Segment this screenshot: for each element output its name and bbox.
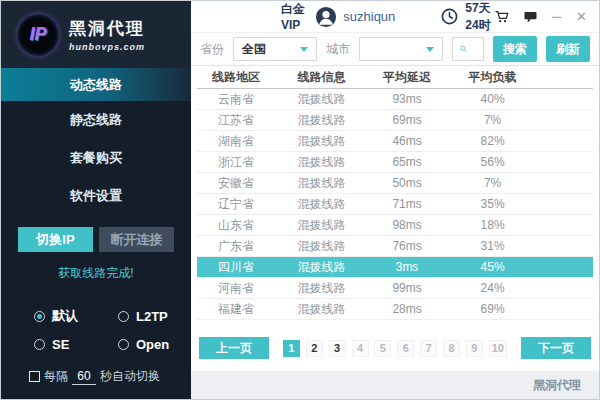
table-cell: 混拨线路 <box>275 301 368 318</box>
table-cell: 云南省 <box>197 91 275 108</box>
search-box[interactable] <box>452 37 484 61</box>
table-cell: 混拨线路 <box>275 217 368 234</box>
sidebar-menu-item[interactable]: 套餐购买 <box>1 139 191 177</box>
protocol-option[interactable]: L2TP <box>118 307 191 325</box>
chevron-down-icon <box>426 47 434 52</box>
cart-icon[interactable] <box>494 9 509 24</box>
page-number[interactable]: 2 <box>306 340 323 357</box>
radio-button[interactable] <box>118 339 129 350</box>
protocol-label: 默认 <box>52 307 78 325</box>
page-number[interactable]: 9 <box>466 340 483 357</box>
sidebar-menu-item[interactable]: 静态线路 <box>1 101 191 139</box>
table-cell: 混拨线路 <box>275 280 368 297</box>
page-number[interactable]: 6 <box>397 340 414 357</box>
protocol-option[interactable]: Open <box>118 337 191 352</box>
table-cell: 65ms <box>368 155 446 169</box>
column-header: 平均延迟 <box>368 69 446 86</box>
ip-logo-icon: IP <box>17 14 59 56</box>
table-cell: 82% <box>446 134 539 148</box>
radio-button[interactable] <box>34 311 45 322</box>
protocol-option[interactable]: SE <box>34 337 96 352</box>
refresh-button[interactable]: 刷新 <box>546 36 590 62</box>
search-input[interactable] <box>472 41 476 57</box>
page-number[interactable]: 8 <box>443 340 460 357</box>
page-number[interactable]: 1 <box>283 340 300 357</box>
username: suzhiqun <box>343 9 395 24</box>
message-icon[interactable] <box>524 11 537 23</box>
next-page-button[interactable]: 下一页 <box>521 337 591 359</box>
table-cell: 18% <box>446 218 539 232</box>
sidebar-menu-item[interactable]: 软件设置 <box>1 177 191 215</box>
city-select[interactable] <box>359 37 443 61</box>
footer: 黑洞代理 <box>191 371 599 399</box>
table-cell: 福建省 <box>197 301 275 318</box>
auto-switch-checkbox[interactable] <box>29 371 40 382</box>
auto-switch-suffix: 秒自动切换 <box>100 368 160 385</box>
table-row[interactable]: 云南省混拨线路93ms40% <box>197 89 593 110</box>
connection-buttons: 切换IP 断开连接 <box>1 227 191 252</box>
time-remaining: 57天24时 <box>465 0 494 34</box>
page-number[interactable]: 5 <box>374 340 391 357</box>
radio-button[interactable] <box>34 339 45 350</box>
table-cell: 浙江省 <box>197 154 275 171</box>
auto-switch-row[interactable]: 每隔 秒自动切换 <box>1 368 191 399</box>
protocol-label: Open <box>136 337 169 352</box>
table-row[interactable]: 河南省混拨线路99ms24% <box>197 278 593 299</box>
table-cell: 40% <box>446 92 539 106</box>
table-row[interactable]: 安徽省混拨线路50ms7% <box>197 173 593 194</box>
prev-page-button[interactable]: 上一页 <box>199 337 269 359</box>
user-avatar-icon <box>315 6 337 28</box>
table-row[interactable]: 山东省混拨线路98ms18% <box>197 215 593 236</box>
page-numbers: 12345678910 <box>269 340 521 357</box>
table-cell: 3ms <box>368 260 446 274</box>
routes-table: 线路地区线路信息平均延迟平均负载 云南省混拨线路93ms40%江苏省混拨线路69… <box>197 66 593 320</box>
page-number[interactable]: 4 <box>352 340 369 357</box>
main-panel: 白金 VIP suzhiqun 57天24时 <box>191 1 599 399</box>
table-row[interactable]: 湖南省混拨线路46ms82% <box>197 131 593 152</box>
sidebar-menu: 动态线路静态线路套餐购买软件设置 <box>1 68 191 215</box>
table-row[interactable]: 辽宁省混拨线路71ms35% <box>197 194 593 215</box>
table-cell: 安徽省 <box>197 175 275 192</box>
table-cell: 56% <box>446 155 539 169</box>
app-window: IP 黑洞代理 hunbovps.com 动态线路静态线路套餐购买软件设置 切换… <box>0 0 600 400</box>
clock-icon <box>441 8 458 25</box>
status-message: 获取线路完成! <box>1 265 191 282</box>
minimize-button[interactable]: ─ <box>552 10 561 23</box>
table-row[interactable]: 浙江省混拨线路65ms56% <box>197 152 593 173</box>
avatar[interactable] <box>315 6 337 28</box>
table-cell: 混拨线路 <box>275 133 368 150</box>
auto-switch-prefix: 每隔 <box>44 368 68 385</box>
column-header: 线路信息 <box>275 69 368 86</box>
close-button[interactable]: ✕ <box>576 10 587 23</box>
table-cell: 混拨线路 <box>275 112 368 129</box>
interval-input[interactable] <box>72 369 96 385</box>
column-header: 平均负载 <box>446 69 539 86</box>
protocol-option[interactable]: 默认 <box>34 307 96 325</box>
table-cell: 混拨线路 <box>275 175 368 192</box>
table-cell: 24% <box>446 281 539 295</box>
radio-button[interactable] <box>118 311 129 322</box>
table-cell: 7% <box>446 176 539 190</box>
table-header-row: 线路地区线路信息平均延迟平均负载 <box>197 66 593 89</box>
logo-title: 黑洞代理 <box>69 17 145 40</box>
protocol-options: 默认L2TPSEOpen <box>1 307 191 352</box>
protocol-label: SE <box>52 337 69 352</box>
table-row[interactable]: 江苏省混拨线路69ms7% <box>197 110 593 131</box>
table-cell: 江苏省 <box>197 112 275 129</box>
table-row[interactable]: 四川省混拨线路3ms45% <box>197 257 593 278</box>
table-row[interactable]: 福建省混拨线路28ms69% <box>197 299 593 320</box>
search-icon <box>460 42 467 56</box>
table-row[interactable]: 广东省混拨线路76ms31% <box>197 236 593 257</box>
table-cell: 93ms <box>368 92 446 106</box>
search-button[interactable]: 搜索 <box>493 36 537 62</box>
province-select[interactable]: 全国 <box>233 37 317 61</box>
page-number[interactable]: 3 <box>329 340 346 357</box>
chevron-down-icon <box>300 47 308 52</box>
disconnect-button[interactable]: 断开连接 <box>99 227 174 252</box>
page-number[interactable]: 10 <box>489 340 507 357</box>
page-number[interactable]: 7 <box>420 340 437 357</box>
switch-ip-button[interactable]: 切换IP <box>18 227 93 252</box>
sidebar-menu-item[interactable]: 动态线路 <box>1 68 191 101</box>
table-cell: 混拨线路 <box>275 196 368 213</box>
table-cell: 31% <box>446 239 539 253</box>
